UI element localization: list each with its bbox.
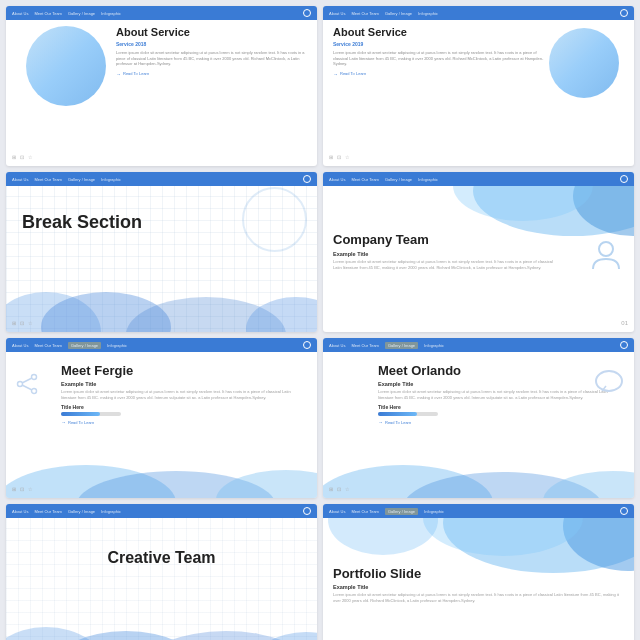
nav-link-team[interactable]: Meet Our Team — [34, 177, 62, 182]
nav-link-about[interactable]: About Us — [329, 343, 345, 348]
slide-title: About Service — [333, 26, 544, 38]
grid-icon: ⊞ — [329, 154, 333, 160]
read-more-link[interactable]: Read To Learn — [61, 419, 307, 425]
slide-meet-fergie: About Us Meet Our Team Gallery / Image I… — [6, 338, 317, 498]
nav-bar-2: About Us Meet Our Team Gallery / Image I… — [323, 6, 634, 20]
nav-bar-3: About Us Meet Our Team Gallery / Image I… — [6, 172, 317, 186]
nav-link-infographic[interactable]: Infographic — [418, 11, 438, 16]
nav-link-about[interactable]: About Us — [329, 11, 345, 16]
nav-bar-6: About Us Meet Our Team Gallery / Image I… — [323, 338, 634, 352]
slide-icon-bar: ⊞ ⊡ ☆ — [12, 486, 32, 492]
grid-icon: ⊞ — [12, 320, 16, 326]
slide-body: Lorem ipsum dolor sit amet sectetur adip… — [378, 389, 624, 400]
nav-link-gallery[interactable]: Gallery / Image — [385, 11, 412, 16]
nav-link-gallery[interactable]: Gallery / Image — [68, 342, 101, 349]
nav-link-infographic[interactable]: Infographic — [418, 177, 438, 182]
nav-link-team[interactable]: Meet Our Team — [34, 343, 62, 348]
slide-creative-team: About Us Meet Our Team Gallery / Image I… — [6, 504, 317, 640]
example-title: Example Title — [61, 381, 307, 387]
nav-link-gallery[interactable]: Gallery / Image — [68, 11, 95, 16]
nav-link-team[interactable]: Meet Our Team — [351, 11, 379, 16]
slide-icon-bar: ⊞ ⊡ ☆ — [12, 154, 32, 160]
nav-bar-8: About Us Meet Our Team Gallery / Image I… — [323, 504, 634, 518]
wave-decoration — [6, 277, 317, 332]
nav-link-infographic[interactable]: Infographic — [101, 509, 121, 514]
search-icon[interactable] — [303, 507, 311, 515]
svg-line-11 — [22, 378, 32, 383]
slide-icon-bar: ⊞ ⊡ ☆ — [12, 320, 32, 326]
grid-icon: ⊞ — [329, 486, 333, 492]
nav-link-gallery[interactable]: Gallery / Image — [385, 508, 418, 515]
search-icon[interactable] — [303, 341, 311, 349]
title-here-label: Title Here — [378, 404, 624, 410]
nav-link-gallery[interactable]: Gallery / Image — [385, 342, 418, 349]
search-icon[interactable] — [620, 507, 628, 515]
nav-link-team[interactable]: Meet Our Team — [34, 509, 62, 514]
ghost-circle — [242, 187, 307, 252]
svg-point-27 — [328, 518, 438, 555]
nav-link-team[interactable]: Meet Our Team — [351, 343, 379, 348]
search-icon[interactable] — [620, 175, 628, 183]
slide-break-section: About Us Meet Our Team Gallery / Image I… — [6, 172, 317, 332]
grid-icon: ⊞ — [12, 154, 16, 160]
slide-title: About Service — [116, 26, 307, 38]
star-icon: ☆ — [345, 486, 349, 492]
wave-bottom-decoration — [323, 458, 634, 498]
search-icon[interactable] — [620, 341, 628, 349]
search-icon[interactable] — [303, 9, 311, 17]
nav-link-gallery[interactable]: Gallery / Image — [385, 177, 412, 182]
nav-link-about[interactable]: About Us — [329, 509, 345, 514]
box-icon: ⊡ — [337, 154, 341, 160]
nav-link-infographic[interactable]: Infographic — [107, 343, 127, 348]
progress-bar — [378, 412, 438, 416]
nav-link-infographic[interactable]: Infographic — [101, 11, 121, 16]
search-icon[interactable] — [303, 175, 311, 183]
nav-link-infographic[interactable]: Infographic — [424, 509, 444, 514]
svg-point-19 — [543, 471, 634, 498]
slide-meet-orlando: About Us Meet Our Team Gallery / Image I… — [323, 338, 634, 498]
nav-link-infographic[interactable]: Infographic — [424, 343, 444, 348]
nav-bar-1: About Us Meet Our Team Gallery / Image I… — [6, 6, 317, 20]
portfolio-content: Portfolio Slide Example Title Lorem ipsu… — [333, 566, 624, 603]
read-more-link[interactable]: Read To Learn — [378, 419, 624, 425]
slide-body: Lorem ipsum dolor sit amet sectetur adip… — [333, 259, 554, 270]
nav-link-about[interactable]: About Us — [329, 177, 345, 182]
svg-point-10 — [32, 389, 37, 394]
read-more-link[interactable]: Read To Learn — [333, 71, 544, 77]
star-icon: ☆ — [28, 320, 32, 326]
nav-bar-5: About Us Meet Our Team Gallery / Image I… — [6, 338, 317, 352]
share-icon — [16, 373, 38, 400]
svg-point-7 — [599, 242, 613, 256]
about-content: About Service Service 2018 Lorem ipsum d… — [116, 26, 307, 77]
nav-link-gallery[interactable]: Gallery / Image — [68, 509, 95, 514]
decorative-circle — [549, 28, 619, 98]
nav-link-gallery[interactable]: Gallery / Image — [68, 177, 95, 182]
search-icon[interactable] — [620, 9, 628, 17]
nav-link-about[interactable]: About Us — [12, 343, 28, 348]
nav-link-infographic[interactable]: Infographic — [101, 177, 121, 182]
nav-link-team[interactable]: Meet Our Team — [34, 11, 62, 16]
slide-title: Meet Fergie — [61, 363, 307, 378]
nav-link-about[interactable]: About Us — [12, 509, 28, 514]
meet-content: Meet Orlando Example Title Lorem ipsum d… — [378, 363, 624, 425]
grid-icon: ⊞ — [12, 486, 16, 492]
example-title: Example Title — [333, 251, 554, 257]
box-icon: ⊡ — [20, 154, 24, 160]
slide-title: Portfolio Slide — [333, 566, 624, 581]
wave-bottom-decoration — [6, 458, 317, 498]
nav-link-about[interactable]: About Us — [12, 177, 28, 182]
svg-point-9 — [18, 382, 23, 387]
svg-line-12 — [22, 385, 32, 390]
svg-point-15 — [216, 470, 317, 498]
number-icon: 01 — [621, 320, 628, 326]
title-here-label: Title Here — [61, 404, 307, 410]
slide-body: Lorem ipsum dolor sit amet sectetur adip… — [333, 592, 624, 603]
break-title: Break Section — [22, 212, 142, 233]
nav-link-about[interactable]: About Us — [12, 11, 28, 16]
read-more-link[interactable]: Read To Learn — [116, 71, 307, 77]
nav-link-team[interactable]: Meet Our Team — [351, 177, 379, 182]
slide-subtitle: Service 2019 — [333, 41, 544, 47]
slide-portfolio: About Us Meet Our Team Gallery / Image I… — [323, 504, 634, 640]
avatar-icon — [589, 237, 624, 279]
nav-link-team[interactable]: Meet Our Team — [351, 509, 379, 514]
